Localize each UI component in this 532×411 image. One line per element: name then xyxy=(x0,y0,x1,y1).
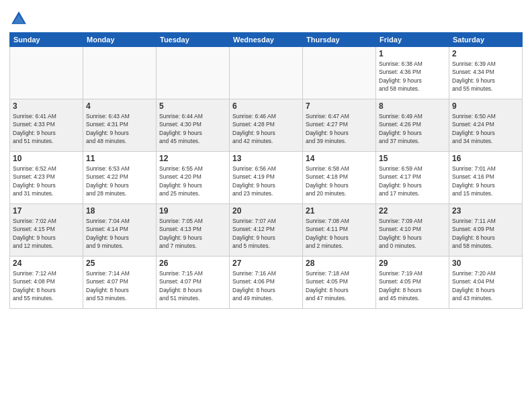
col-header-tuesday: Tuesday xyxy=(157,33,230,47)
day-number: 28 xyxy=(306,259,373,268)
calendar-cell: 28Sunrise: 7:18 AMSunset: 4:05 PMDayligh… xyxy=(303,257,376,309)
calendar-cell: 21Sunrise: 7:08 AMSunset: 4:11 PMDayligh… xyxy=(303,204,376,257)
day-info: Sunrise: 6:39 AMSunset: 4:34 PMDaylight:… xyxy=(452,60,519,93)
day-info: Sunrise: 6:49 AMSunset: 4:26 PMDaylight:… xyxy=(379,112,446,145)
calendar-cell: 30Sunrise: 7:20 AMSunset: 4:04 PMDayligh… xyxy=(449,257,523,309)
day-number: 23 xyxy=(452,206,519,216)
day-info: Sunrise: 7:16 AMSunset: 4:06 PMDaylight:… xyxy=(232,269,300,302)
calendar-cell: 5Sunrise: 6:44 AMSunset: 4:30 PMDaylight… xyxy=(157,99,230,152)
logo xyxy=(9,9,31,28)
day-number: 5 xyxy=(159,101,226,111)
calendar-cell xyxy=(230,47,303,99)
day-info: Sunrise: 7:18 AMSunset: 4:05 PMDaylight:… xyxy=(306,269,373,302)
day-number: 11 xyxy=(86,154,153,163)
day-info: Sunrise: 6:59 AMSunset: 4:17 PMDaylight:… xyxy=(379,165,446,197)
day-number: 9 xyxy=(452,101,519,111)
day-number: 10 xyxy=(13,154,80,163)
day-number: 14 xyxy=(306,154,373,163)
calendar-cell: 4Sunrise: 6:43 AMSunset: 4:31 PMDaylight… xyxy=(83,99,157,152)
week-row-0: 1Sunrise: 6:38 AMSunset: 4:36 PMDaylight… xyxy=(10,47,523,99)
calendar-cell: 10Sunrise: 6:52 AMSunset: 4:23 PMDayligh… xyxy=(10,152,83,204)
day-number: 26 xyxy=(159,259,226,268)
calendar-cell: 27Sunrise: 7:16 AMSunset: 4:06 PMDayligh… xyxy=(230,257,303,309)
day-info: Sunrise: 7:11 AMSunset: 4:09 PMDaylight:… xyxy=(452,217,519,250)
day-info: Sunrise: 7:14 AMSunset: 4:07 PMDaylight:… xyxy=(86,269,153,302)
logo-icon xyxy=(9,9,28,28)
day-info: Sunrise: 6:43 AMSunset: 4:31 PMDaylight:… xyxy=(86,112,153,145)
day-number: 27 xyxy=(232,259,300,268)
calendar-cell: 8Sunrise: 6:49 AMSunset: 4:26 PMDaylight… xyxy=(376,99,449,152)
day-info: Sunrise: 7:19 AMSunset: 4:05 PMDaylight:… xyxy=(379,269,446,302)
day-number: 12 xyxy=(159,154,226,163)
day-number: 15 xyxy=(379,154,446,163)
day-number: 13 xyxy=(232,154,300,163)
week-row-2: 10Sunrise: 6:52 AMSunset: 4:23 PMDayligh… xyxy=(10,152,523,204)
calendar-cell xyxy=(10,47,83,99)
calendar-cell: 11Sunrise: 6:53 AMSunset: 4:22 PMDayligh… xyxy=(83,152,157,204)
day-info: Sunrise: 6:50 AMSunset: 4:24 PMDaylight:… xyxy=(452,112,519,145)
calendar-cell: 23Sunrise: 7:11 AMSunset: 4:09 PMDayligh… xyxy=(449,204,523,257)
calendar-cell: 20Sunrise: 7:07 AMSunset: 4:12 PMDayligh… xyxy=(230,204,303,257)
day-info: Sunrise: 7:01 AMSunset: 4:16 PMDaylight:… xyxy=(452,165,519,197)
day-number: 20 xyxy=(232,206,300,216)
day-info: Sunrise: 7:05 AMSunset: 4:13 PMDaylight:… xyxy=(159,217,226,250)
calendar-cell xyxy=(157,47,230,99)
calendar-cell: 25Sunrise: 7:14 AMSunset: 4:07 PMDayligh… xyxy=(83,257,157,309)
day-number: 16 xyxy=(452,154,519,163)
day-number: 2 xyxy=(452,49,519,58)
day-info: Sunrise: 6:41 AMSunset: 4:33 PMDaylight:… xyxy=(13,112,80,145)
calendar-cell: 24Sunrise: 7:12 AMSunset: 4:08 PMDayligh… xyxy=(10,257,83,309)
day-number: 4 xyxy=(86,101,153,111)
day-info: Sunrise: 6:58 AMSunset: 4:18 PMDaylight:… xyxy=(306,165,373,197)
day-number: 18 xyxy=(86,206,153,216)
day-number: 6 xyxy=(232,101,300,111)
calendar-cell: 3Sunrise: 6:41 AMSunset: 4:33 PMDaylight… xyxy=(10,99,83,152)
day-info: Sunrise: 6:38 AMSunset: 4:36 PMDaylight:… xyxy=(379,60,446,93)
day-info: Sunrise: 7:04 AMSunset: 4:14 PMDaylight:… xyxy=(86,217,153,250)
day-info: Sunrise: 6:44 AMSunset: 4:30 PMDaylight:… xyxy=(159,112,226,145)
day-number: 21 xyxy=(306,206,373,216)
day-info: Sunrise: 7:09 AMSunset: 4:10 PMDaylight:… xyxy=(379,217,446,250)
col-header-saturday: Saturday xyxy=(449,33,523,47)
calendar-body: 1Sunrise: 6:38 AMSunset: 4:36 PMDaylight… xyxy=(10,47,523,309)
day-info: Sunrise: 6:52 AMSunset: 4:23 PMDaylight:… xyxy=(13,165,80,197)
calendar-cell: 29Sunrise: 7:19 AMSunset: 4:05 PMDayligh… xyxy=(376,257,449,309)
calendar-cell: 13Sunrise: 6:56 AMSunset: 4:19 PMDayligh… xyxy=(230,152,303,204)
week-row-4: 24Sunrise: 7:12 AMSunset: 4:08 PMDayligh… xyxy=(10,257,523,309)
calendar-cell: 26Sunrise: 7:15 AMSunset: 4:07 PMDayligh… xyxy=(157,257,230,309)
col-header-wednesday: Wednesday xyxy=(230,33,303,47)
calendar-cell: 17Sunrise: 7:02 AMSunset: 4:15 PMDayligh… xyxy=(10,204,83,257)
day-number: 1 xyxy=(379,49,446,58)
day-number: 30 xyxy=(452,259,519,268)
calendar-cell: 16Sunrise: 7:01 AMSunset: 4:16 PMDayligh… xyxy=(449,152,523,204)
col-header-sunday: Sunday xyxy=(10,33,83,47)
calendar-cell: 9Sunrise: 6:50 AMSunset: 4:24 PMDaylight… xyxy=(449,99,523,152)
calendar-cell: 19Sunrise: 7:05 AMSunset: 4:13 PMDayligh… xyxy=(157,204,230,257)
day-info: Sunrise: 7:15 AMSunset: 4:07 PMDaylight:… xyxy=(159,269,226,302)
calendar-cell: 12Sunrise: 6:55 AMSunset: 4:20 PMDayligh… xyxy=(157,152,230,204)
day-info: Sunrise: 7:07 AMSunset: 4:12 PMDaylight:… xyxy=(232,217,300,250)
calendar-cell xyxy=(83,47,157,99)
calendar-cell: 15Sunrise: 6:59 AMSunset: 4:17 PMDayligh… xyxy=(376,152,449,204)
col-header-thursday: Thursday xyxy=(303,33,376,47)
calendar-cell: 7Sunrise: 6:47 AMSunset: 4:27 PMDaylight… xyxy=(303,99,376,152)
calendar-cell xyxy=(303,47,376,99)
day-info: Sunrise: 7:20 AMSunset: 4:04 PMDaylight:… xyxy=(452,269,519,302)
day-number: 29 xyxy=(379,259,446,268)
calendar-cell: 2Sunrise: 6:39 AMSunset: 4:34 PMDaylight… xyxy=(449,47,523,99)
calendar-table: SundayMondayTuesdayWednesdayThursdayFrid… xyxy=(9,32,523,309)
day-info: Sunrise: 6:56 AMSunset: 4:19 PMDaylight:… xyxy=(232,165,300,197)
day-info: Sunrise: 7:08 AMSunset: 4:11 PMDaylight:… xyxy=(306,217,373,250)
day-number: 22 xyxy=(379,206,446,216)
day-info: Sunrise: 6:55 AMSunset: 4:20 PMDaylight:… xyxy=(159,165,226,197)
day-info: Sunrise: 6:46 AMSunset: 4:28 PMDaylight:… xyxy=(232,112,300,145)
calendar-cell: 6Sunrise: 6:46 AMSunset: 4:28 PMDaylight… xyxy=(230,99,303,152)
week-row-3: 17Sunrise: 7:02 AMSunset: 4:15 PMDayligh… xyxy=(10,204,523,257)
day-number: 3 xyxy=(13,101,80,111)
calendar-header: SundayMondayTuesdayWednesdayThursdayFrid… xyxy=(10,33,523,47)
calendar-cell: 22Sunrise: 7:09 AMSunset: 4:10 PMDayligh… xyxy=(376,204,449,257)
calendar-cell: 18Sunrise: 7:04 AMSunset: 4:14 PMDayligh… xyxy=(83,204,157,257)
header-row: SundayMondayTuesdayWednesdayThursdayFrid… xyxy=(10,33,523,47)
header xyxy=(9,7,523,28)
col-header-monday: Monday xyxy=(83,33,157,47)
